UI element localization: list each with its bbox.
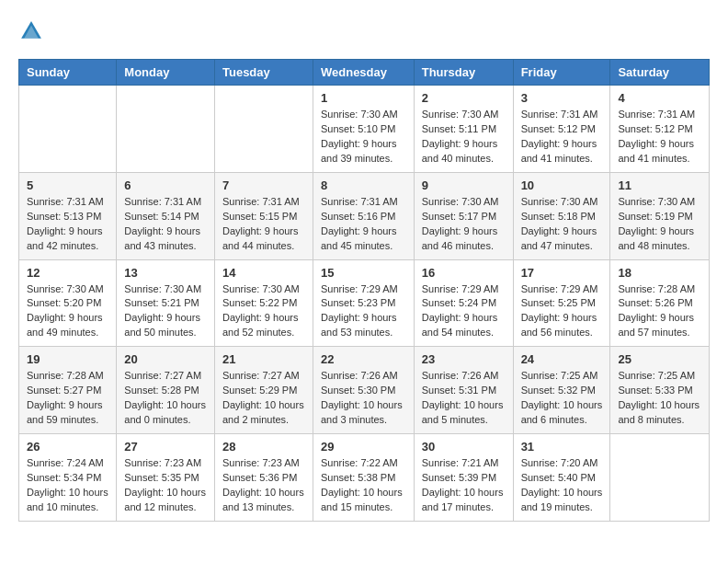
calendar-week-row: 1Sunrise: 7:30 AM Sunset: 5:10 PM Daylig… <box>19 86 710 173</box>
day-number: 9 <box>422 178 506 192</box>
calendar-cell <box>214 86 313 173</box>
calendar-cell: 3Sunrise: 7:31 AM Sunset: 5:12 PM Daylig… <box>513 86 610 173</box>
day-info: Sunrise: 7:31 AM Sunset: 5:16 PM Dayligh… <box>321 195 406 254</box>
weekday-header: Monday <box>117 60 215 86</box>
day-number: 12 <box>27 266 108 280</box>
calendar-cell: 13Sunrise: 7:30 AM Sunset: 5:21 PM Dayli… <box>117 259 215 347</box>
calendar-cell: 29Sunrise: 7:22 AM Sunset: 5:38 PM Dayli… <box>313 434 414 522</box>
calendar-cell: 25Sunrise: 7:25 AM Sunset: 5:33 PM Dayli… <box>610 347 710 434</box>
day-info: Sunrise: 7:30 AM Sunset: 5:18 PM Dayligh… <box>521 195 603 254</box>
day-number: 24 <box>521 352 603 366</box>
weekday-header: Friday <box>513 60 610 86</box>
logo-icon <box>18 18 44 44</box>
calendar-cell: 28Sunrise: 7:23 AM Sunset: 5:36 PM Dayli… <box>214 434 313 522</box>
calendar-cell: 15Sunrise: 7:29 AM Sunset: 5:23 PM Dayli… <box>313 259 414 347</box>
calendar-cell <box>19 86 117 173</box>
calendar-cell: 1Sunrise: 7:30 AM Sunset: 5:10 PM Daylig… <box>313 86 414 173</box>
day-info: Sunrise: 7:28 AM Sunset: 5:27 PM Dayligh… <box>27 369 108 428</box>
day-number: 8 <box>321 178 406 192</box>
day-info: Sunrise: 7:23 AM Sunset: 5:35 PM Dayligh… <box>124 456 207 515</box>
calendar-cell: 4Sunrise: 7:31 AM Sunset: 5:12 PM Daylig… <box>610 86 710 173</box>
day-info: Sunrise: 7:26 AM Sunset: 5:31 PM Dayligh… <box>422 369 506 428</box>
day-info: Sunrise: 7:21 AM Sunset: 5:39 PM Dayligh… <box>422 456 506 515</box>
day-number: 14 <box>222 266 305 280</box>
calendar-cell: 17Sunrise: 7:29 AM Sunset: 5:25 PM Dayli… <box>513 259 610 347</box>
weekday-header: Saturday <box>610 60 710 86</box>
day-number: 7 <box>222 178 305 192</box>
day-info: Sunrise: 7:31 AM Sunset: 5:12 PM Dayligh… <box>618 108 701 167</box>
calendar-cell: 26Sunrise: 7:24 AM Sunset: 5:34 PM Dayli… <box>19 434 117 522</box>
day-info: Sunrise: 7:31 AM Sunset: 5:15 PM Dayligh… <box>222 195 305 254</box>
calendar-cell: 12Sunrise: 7:30 AM Sunset: 5:20 PM Dayli… <box>19 259 117 347</box>
day-info: Sunrise: 7:30 AM Sunset: 5:11 PM Dayligh… <box>422 108 506 167</box>
calendar-cell: 24Sunrise: 7:25 AM Sunset: 5:32 PM Dayli… <box>513 347 610 434</box>
weekday-header: Wednesday <box>313 60 414 86</box>
calendar-cell: 16Sunrise: 7:29 AM Sunset: 5:24 PM Dayli… <box>414 259 513 347</box>
calendar-cell: 20Sunrise: 7:27 AM Sunset: 5:28 PM Dayli… <box>117 347 215 434</box>
weekday-header: Sunday <box>19 60 117 86</box>
day-number: 19 <box>27 352 108 366</box>
weekday-header: Tuesday <box>214 60 313 86</box>
day-info: Sunrise: 7:27 AM Sunset: 5:28 PM Dayligh… <box>124 369 207 428</box>
day-number: 15 <box>321 266 406 280</box>
calendar-cell: 10Sunrise: 7:30 AM Sunset: 5:18 PM Dayli… <box>513 172 610 259</box>
day-info: Sunrise: 7:30 AM Sunset: 5:20 PM Dayligh… <box>27 282 108 341</box>
day-info: Sunrise: 7:30 AM Sunset: 5:17 PM Dayligh… <box>422 195 506 254</box>
calendar-cell: 9Sunrise: 7:30 AM Sunset: 5:17 PM Daylig… <box>414 172 513 259</box>
logo <box>18 18 48 44</box>
calendar-cell: 8Sunrise: 7:31 AM Sunset: 5:16 PM Daylig… <box>313 172 414 259</box>
day-info: Sunrise: 7:29 AM Sunset: 5:25 PM Dayligh… <box>521 282 603 341</box>
calendar-cell: 14Sunrise: 7:30 AM Sunset: 5:22 PM Dayli… <box>214 259 313 347</box>
day-number: 22 <box>321 352 406 366</box>
day-number: 25 <box>618 352 701 366</box>
day-number: 4 <box>618 91 701 105</box>
day-number: 20 <box>124 352 207 366</box>
day-info: Sunrise: 7:28 AM Sunset: 5:26 PM Dayligh… <box>618 282 701 341</box>
calendar-cell: 27Sunrise: 7:23 AM Sunset: 5:35 PM Dayli… <box>117 434 215 522</box>
day-number: 11 <box>618 178 701 192</box>
calendar-cell: 5Sunrise: 7:31 AM Sunset: 5:13 PM Daylig… <box>19 172 117 259</box>
calendar-cell: 31Sunrise: 7:20 AM Sunset: 5:40 PM Dayli… <box>513 434 610 522</box>
calendar-cell: 19Sunrise: 7:28 AM Sunset: 5:27 PM Dayli… <box>19 347 117 434</box>
day-number: 23 <box>422 352 506 366</box>
day-info: Sunrise: 7:23 AM Sunset: 5:36 PM Dayligh… <box>222 456 305 515</box>
calendar-cell <box>117 86 215 173</box>
day-info: Sunrise: 7:25 AM Sunset: 5:32 PM Dayligh… <box>521 369 603 428</box>
calendar-week-row: 26Sunrise: 7:24 AM Sunset: 5:34 PM Dayli… <box>19 434 710 522</box>
day-number: 10 <box>521 178 603 192</box>
day-info: Sunrise: 7:29 AM Sunset: 5:24 PM Dayligh… <box>422 282 506 341</box>
calendar-cell: 7Sunrise: 7:31 AM Sunset: 5:15 PM Daylig… <box>214 172 313 259</box>
day-info: Sunrise: 7:30 AM Sunset: 5:21 PM Dayligh… <box>124 282 207 341</box>
calendar-cell <box>610 434 710 522</box>
day-number: 28 <box>222 440 305 454</box>
day-info: Sunrise: 7:30 AM Sunset: 5:10 PM Dayligh… <box>321 108 406 167</box>
calendar-cell: 2Sunrise: 7:30 AM Sunset: 5:11 PM Daylig… <box>414 86 513 173</box>
day-number: 18 <box>618 266 701 280</box>
calendar-cell: 18Sunrise: 7:28 AM Sunset: 5:26 PM Dayli… <box>610 259 710 347</box>
day-info: Sunrise: 7:22 AM Sunset: 5:38 PM Dayligh… <box>321 456 406 515</box>
calendar-table: SundayMondayTuesdayWednesdayThursdayFrid… <box>18 59 710 522</box>
day-info: Sunrise: 7:30 AM Sunset: 5:19 PM Dayligh… <box>618 195 701 254</box>
day-info: Sunrise: 7:31 AM Sunset: 5:12 PM Dayligh… <box>521 108 603 167</box>
calendar-cell: 6Sunrise: 7:31 AM Sunset: 5:14 PM Daylig… <box>117 172 215 259</box>
page-header <box>18 18 710 44</box>
day-info: Sunrise: 7:20 AM Sunset: 5:40 PM Dayligh… <box>521 456 603 515</box>
calendar-cell: 23Sunrise: 7:26 AM Sunset: 5:31 PM Dayli… <box>414 347 513 434</box>
day-info: Sunrise: 7:30 AM Sunset: 5:22 PM Dayligh… <box>222 282 305 341</box>
day-number: 6 <box>124 178 207 192</box>
calendar-cell: 22Sunrise: 7:26 AM Sunset: 5:30 PM Dayli… <box>313 347 414 434</box>
day-number: 1 <box>321 91 406 105</box>
day-info: Sunrise: 7:29 AM Sunset: 5:23 PM Dayligh… <box>321 282 406 341</box>
calendar-week-row: 5Sunrise: 7:31 AM Sunset: 5:13 PM Daylig… <box>19 172 710 259</box>
day-number: 31 <box>521 440 603 454</box>
calendar-week-row: 19Sunrise: 7:28 AM Sunset: 5:27 PM Dayli… <box>19 347 710 434</box>
day-number: 27 <box>124 440 207 454</box>
day-number: 26 <box>27 440 108 454</box>
calendar-cell: 11Sunrise: 7:30 AM Sunset: 5:19 PM Dayli… <box>610 172 710 259</box>
day-number: 17 <box>521 266 603 280</box>
day-number: 16 <box>422 266 506 280</box>
calendar-cell: 21Sunrise: 7:27 AM Sunset: 5:29 PM Dayli… <box>214 347 313 434</box>
weekday-header: Thursday <box>414 60 513 86</box>
day-number: 2 <box>422 91 506 105</box>
day-number: 13 <box>124 266 207 280</box>
